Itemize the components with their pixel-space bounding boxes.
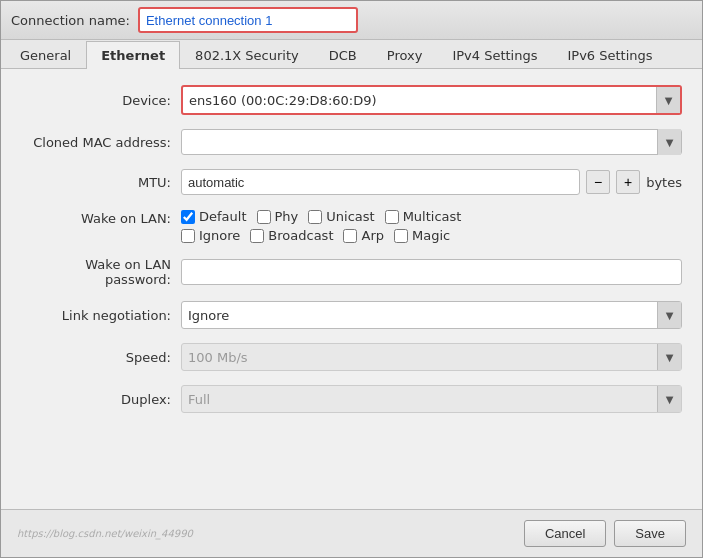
duplex-dropdown-arrow: ▼ [657, 386, 681, 412]
speed-label: Speed: [21, 350, 171, 365]
wol-multicast-checkbox[interactable] [385, 210, 399, 224]
network-connection-dialog: Connection name: General Ethernet 802.1X… [0, 0, 703, 558]
speed-value: 100 Mb/s [182, 347, 657, 368]
wol-default-label: Default [199, 209, 247, 224]
link-negotiation-row: Link negotiation: Ignore ▼ [21, 301, 682, 329]
device-select[interactable]: ens160 (00:0C:29:D8:60:D9) ▼ [181, 85, 682, 115]
tab-proxy[interactable]: Proxy [372, 41, 438, 69]
tab-ipv4-settings[interactable]: IPv4 Settings [437, 41, 552, 69]
cloned-mac-row: Cloned MAC address: ▼ [21, 129, 682, 155]
device-value: ens160 (00:0C:29:D8:60:D9) [183, 90, 656, 111]
cloned-mac-dropdown-arrow[interactable]: ▼ [657, 129, 681, 155]
wol-arp-item[interactable]: Arp [343, 228, 384, 243]
wol-password-label: Wake on LAN password: [21, 257, 171, 287]
footer: https://blog.csdn.net/weixin_44990 Cance… [1, 509, 702, 557]
cloned-mac-wrapper: ▼ [181, 129, 682, 155]
mtu-minus-button[interactable]: − [586, 170, 610, 194]
tab-dcb[interactable]: DCB [314, 41, 372, 69]
cancel-button[interactable]: Cancel [524, 520, 606, 547]
chevron-down-icon: ▼ [666, 137, 674, 148]
device-label: Device: [21, 93, 171, 108]
connection-name-input[interactable] [138, 7, 358, 33]
speed-row: Speed: 100 Mb/s ▼ [21, 343, 682, 371]
wol-checkboxes-row2: Ignore Broadcast Arp Magic [181, 228, 461, 243]
duplex-value: Full [182, 389, 657, 410]
mtu-label: MTU: [21, 175, 171, 190]
device-row: Device: ens160 (00:0C:29:D8:60:D9) ▼ [21, 85, 682, 115]
wol-magic-item[interactable]: Magic [394, 228, 450, 243]
wol-default-item[interactable]: Default [181, 209, 247, 224]
duplex-row: Duplex: Full ▼ [21, 385, 682, 413]
link-negotiation-arrow[interactable]: ▼ [657, 302, 681, 328]
wol-multicast-item[interactable]: Multicast [385, 209, 462, 224]
wol-broadcast-checkbox[interactable] [250, 229, 264, 243]
wol-default-checkbox[interactable] [181, 210, 195, 224]
mtu-row: MTU: − + bytes [21, 169, 682, 195]
chevron-down-icon: ▼ [666, 310, 674, 321]
wol-arp-checkbox[interactable] [343, 229, 357, 243]
wol-ignore-label: Ignore [199, 228, 240, 243]
chevron-down-icon: ▼ [666, 352, 674, 363]
wol-password-row: Wake on LAN password: [21, 257, 682, 287]
device-dropdown-arrow[interactable]: ▼ [656, 87, 680, 113]
wol-phy-checkbox[interactable] [257, 210, 271, 224]
wol-ignore-item[interactable]: Ignore [181, 228, 240, 243]
wol-magic-label: Magic [412, 228, 450, 243]
tab-8021x-security[interactable]: 802.1X Security [180, 41, 314, 69]
mtu-control: − + bytes [181, 169, 682, 195]
tab-ethernet[interactable]: Ethernet [86, 41, 180, 69]
wol-multicast-label: Multicast [403, 209, 462, 224]
wol-label: Wake on LAN: [21, 209, 171, 226]
ethernet-tab-content: Device: ens160 (00:0C:29:D8:60:D9) ▼ Clo… [1, 69, 702, 509]
wol-unicast-item[interactable]: Unicast [308, 209, 374, 224]
wol-checkboxes-row1: Default Phy Unicast Multicast [181, 209, 461, 224]
tab-ipv6-settings[interactable]: IPv6 Settings [552, 41, 667, 69]
wol-control: Default Phy Unicast Multicast [181, 209, 682, 243]
wol-password-input[interactable] [181, 259, 682, 285]
wol-broadcast-label: Broadcast [268, 228, 333, 243]
chevron-down-icon: ▼ [666, 394, 674, 405]
link-negotiation-control: Ignore ▼ [181, 301, 682, 329]
wol-broadcast-item[interactable]: Broadcast [250, 228, 333, 243]
speed-control: 100 Mb/s ▼ [181, 343, 682, 371]
save-button[interactable]: Save [614, 520, 686, 547]
connection-name-label: Connection name: [11, 13, 130, 28]
link-negotiation-select[interactable]: Ignore ▼ [181, 301, 682, 329]
watermark: https://blog.csdn.net/weixin_44990 [17, 520, 516, 547]
device-control: ens160 (00:0C:29:D8:60:D9) ▼ [181, 85, 682, 115]
duplex-label: Duplex: [21, 392, 171, 407]
mtu-input[interactable] [181, 169, 580, 195]
tab-general[interactable]: General [5, 41, 86, 69]
duplex-control: Full ▼ [181, 385, 682, 413]
wol-magic-checkbox[interactable] [394, 229, 408, 243]
chevron-down-icon: ▼ [665, 95, 673, 106]
tab-bar: General Ethernet 802.1X Security DCB Pro… [1, 40, 702, 69]
link-negotiation-label: Link negotiation: [21, 308, 171, 323]
wol-phy-label: Phy [275, 209, 299, 224]
cloned-mac-label: Cloned MAC address: [21, 135, 171, 150]
speed-select: 100 Mb/s ▼ [181, 343, 682, 371]
title-bar: Connection name: [1, 1, 702, 40]
wol-password-control [181, 259, 682, 285]
cloned-mac-control: ▼ [181, 129, 682, 155]
wol-unicast-checkbox[interactable] [308, 210, 322, 224]
mtu-unit: bytes [646, 175, 682, 190]
wol-ignore-checkbox[interactable] [181, 229, 195, 243]
wol-row: Wake on LAN: Default Phy [21, 209, 682, 243]
wol-options-group: Default Phy Unicast Multicast [181, 209, 461, 243]
duplex-select: Full ▼ [181, 385, 682, 413]
wol-phy-item[interactable]: Phy [257, 209, 299, 224]
speed-dropdown-arrow: ▼ [657, 344, 681, 370]
mtu-plus-button[interactable]: + [616, 170, 640, 194]
cloned-mac-input[interactable] [182, 130, 657, 154]
wol-unicast-label: Unicast [326, 209, 374, 224]
link-negotiation-value: Ignore [182, 305, 657, 326]
wol-arp-label: Arp [361, 228, 384, 243]
